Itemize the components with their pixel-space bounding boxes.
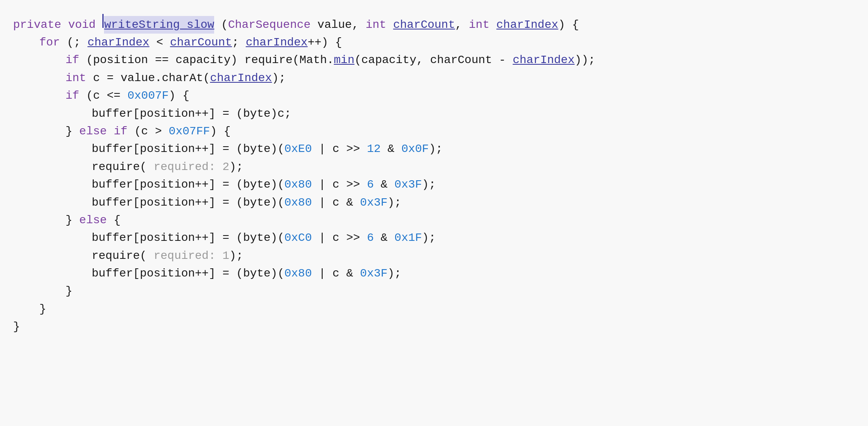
keyword-private: private (13, 16, 61, 34)
keyword-void: void (68, 16, 95, 34)
hex-0x3F-2: 0x3F (360, 194, 387, 211)
param-charindex-1: charIndex (496, 16, 558, 34)
code-line-6: buffer[position++] = (byte)c; (13, 105, 855, 122)
code-line-9: require( required: 2 ); (13, 158, 855, 176)
hex-007F: 0x007F (127, 87, 169, 104)
keyword-if-2: if (66, 87, 79, 104)
code-editor: private void writeString_slow ( CharSequ… (13, 10, 855, 340)
code-line-5: if (c <= 0x007F ) { (13, 87, 855, 104)
hint-required-1: required: 1 (154, 247, 229, 265)
keyword-int-2: int (469, 16, 489, 34)
fn-min: min (334, 51, 354, 69)
num-12: 12 (367, 140, 381, 158)
code-line-17: } (13, 300, 855, 318)
hex-0x3F-1: 0x3F (394, 176, 422, 193)
keyword-else-2: else (79, 211, 107, 229)
hex-0xE0: 0xE0 (284, 140, 312, 158)
num-6-2: 6 (367, 229, 374, 247)
code-line-11: buffer[position++] = (byte)( 0x80 | c & … (13, 194, 855, 211)
code-line-14: require( required: 1 ); (13, 247, 855, 265)
hex-0x80-1: 0x80 (284, 176, 312, 193)
num-6: 6 (367, 176, 374, 193)
type-charsequence: CharSequence (228, 16, 311, 34)
hex-0xC0: 0xC0 (284, 229, 312, 247)
code-line-16: } (13, 282, 855, 300)
hex-0x0F: 0x0F (401, 140, 429, 158)
keyword-else-1: else (79, 122, 107, 140)
param-charcount: charCount (393, 16, 455, 34)
code-line-12: } else { (13, 211, 855, 229)
hint-required-2: required: 2 (154, 158, 229, 176)
param-charindex-4: charIndex (513, 51, 574, 69)
param-charindex-3: charIndex (246, 34, 307, 51)
param-charindex-2: charIndex (88, 34, 149, 51)
code-line-10: buffer[position++] = (byte)( 0x80 | c >>… (13, 176, 855, 193)
code-line-15: buffer[position++] = (byte)( 0x80 | c & … (13, 265, 855, 282)
param-charcount-2: charCount (170, 34, 232, 51)
code-line-18: } (13, 318, 855, 335)
code-line-7: } else if (c > 0x07FF ) { (13, 122, 855, 140)
code-line-3: if (position == capacity) require(Math. … (13, 51, 855, 69)
code-line-2: for (; charIndex < charCount ; charIndex… (13, 34, 855, 51)
code-line-4: int c = value.charAt( charIndex ); (13, 69, 855, 87)
function-name: writeString_slow (104, 16, 214, 34)
keyword-if-3: if (114, 122, 128, 140)
hex-0x80-3: 0x80 (284, 265, 312, 282)
keyword-int-1: int (366, 16, 386, 34)
hex-07FF: 0x07FF (169, 122, 210, 140)
hex-0x80-2: 0x80 (284, 194, 312, 211)
code-line-1: private void writeString_slow ( CharSequ… (13, 14, 855, 34)
hex-0x3F-3: 0x3F (360, 265, 387, 282)
keyword-int-3: int (66, 69, 86, 87)
keyword-if-1: if (66, 51, 79, 69)
param-charindex-5: charIndex (210, 69, 272, 87)
code-line-8: buffer[position++] = (byte)( 0xE0 | c >>… (13, 140, 855, 158)
hex-0x1F: 0x1F (394, 229, 422, 247)
keyword-for: for (39, 34, 60, 51)
text-cursor (102, 14, 104, 28)
code-line-13: buffer[position++] = (byte)( 0xC0 | c >>… (13, 229, 855, 247)
